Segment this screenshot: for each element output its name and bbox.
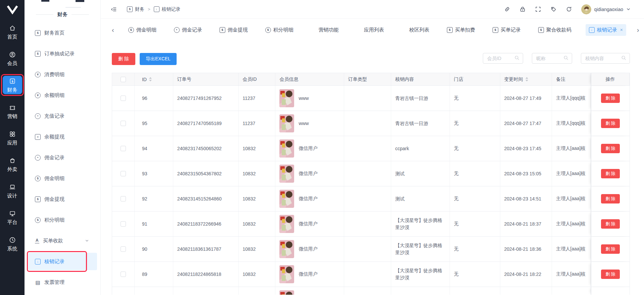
sidebar-item-commission-details[interactable]: $佣金明细 bbox=[25, 168, 100, 189]
cell-time: 2024-08-27 17:47 bbox=[500, 111, 552, 136]
yen-circle-icon: ¥ bbox=[35, 72, 41, 77]
link-icon[interactable] bbox=[504, 6, 510, 12]
breadcrumb: $财务>↓核销记录 bbox=[111, 6, 181, 12]
row-checkbox[interactable] bbox=[121, 171, 126, 176]
table-row: 892408211822486581810832微信用户【大漠星穹】徒步腾格里沙… bbox=[112, 262, 630, 287]
rail-item-design[interactable]: 设计 bbox=[3, 182, 22, 200]
row-delete-button[interactable]: 删 除 bbox=[601, 270, 620, 279]
tab-commission-records[interactable]: •佣金记录 bbox=[171, 24, 205, 36]
sidebar-item-commission-withdrawal[interactable]: $佣金提现 bbox=[25, 189, 100, 210]
row-checkbox[interactable] bbox=[121, 246, 126, 252]
sidebar-item-points-details[interactable]: $积分明细 bbox=[25, 210, 100, 230]
row-delete-button[interactable]: 删 除 bbox=[601, 144, 620, 153]
row-checkbox[interactable] bbox=[121, 146, 126, 151]
fullscreen-icon[interactable] bbox=[535, 6, 541, 12]
collapse-sidebar-icon[interactable] bbox=[111, 6, 117, 12]
divider bbox=[36, 14, 53, 15]
select-all-checkbox[interactable] bbox=[121, 77, 126, 82]
member-name: 微信用户 bbox=[298, 145, 317, 152]
row-delete-button[interactable]: 删 除 bbox=[601, 244, 620, 254]
rail-item-system[interactable]: 系统 bbox=[3, 235, 22, 253]
rail-item-member[interactable]: 会员 bbox=[3, 49, 22, 68]
row-checkbox[interactable] bbox=[121, 96, 126, 101]
sidebar-item-verification-records[interactable]: ↓核销记录 bbox=[28, 253, 97, 270]
rail-item-home[interactable]: 首页 bbox=[3, 23, 22, 41]
search-member-id-input[interactable] bbox=[487, 55, 514, 61]
clipped-menu-remnant bbox=[76, 0, 84, 2]
member-name: 微信用户 bbox=[298, 196, 317, 202]
cell-store: 无 bbox=[450, 161, 500, 186]
sidebar-item-consumption-details[interactable]: ¥消费明细 bbox=[25, 64, 100, 85]
col-order-no: 订单号 bbox=[173, 73, 239, 85]
rail-item-finance[interactable]: $财务 bbox=[3, 76, 22, 94]
refresh-icon[interactable] bbox=[566, 6, 572, 12]
tab-label: 核销记录 bbox=[597, 27, 617, 33]
sidebar-item-order-commission-records[interactable]: $订单抽成记录 bbox=[25, 43, 100, 64]
money-square-icon: $ bbox=[493, 27, 498, 33]
rail-item-label: 首页 bbox=[7, 34, 17, 39]
tab-app-list[interactable]: 应用列表 bbox=[353, 24, 387, 36]
tab-label: 买单记录 bbox=[501, 27, 521, 33]
cell-remark: 主理人[aaa]核 bbox=[552, 212, 591, 236]
row-checkbox[interactable] bbox=[121, 272, 126, 277]
sidebar-item-label: 核销记录 bbox=[44, 258, 64, 265]
search-nickname-input[interactable] bbox=[536, 55, 563, 61]
tab-marketing-functions[interactable]: 营销功能 bbox=[308, 24, 342, 36]
sidebar-item-recharge-records[interactable]: •充值记录 bbox=[25, 106, 100, 126]
rail-item-apps[interactable]: 应用 bbox=[3, 129, 22, 147]
breadcrumb-item-verification-records[interactable]: ↓核销记录 bbox=[154, 6, 181, 12]
col-remark: 备注 bbox=[552, 73, 591, 85]
row-checkbox[interactable] bbox=[121, 221, 126, 227]
lock-icon[interactable] bbox=[519, 6, 526, 12]
money-square-icon: $ bbox=[127, 6, 133, 12]
export-excel-button[interactable]: 导出EXCEL bbox=[140, 53, 177, 65]
close-tab-icon[interactable]: × bbox=[620, 27, 623, 33]
sidebar-item-balance-details[interactable]: ¥余额明细 bbox=[25, 85, 100, 106]
box-icon bbox=[9, 157, 16, 165]
tab-pay-records[interactable]: $买单记录 bbox=[489, 24, 524, 36]
row-delete-button[interactable]: 删 除 bbox=[601, 94, 620, 103]
sidebar-item-commission-records[interactable]: •佣金记录 bbox=[25, 147, 100, 168]
money-square-icon: $ bbox=[447, 27, 453, 33]
tab-aggregate-qr[interactable]: $聚合收款码 bbox=[535, 24, 575, 36]
tab-commission-withdrawal[interactable]: $佣金提现 bbox=[216, 24, 251, 36]
sidebar-item-pay-collect[interactable]: A买单收款 bbox=[25, 230, 100, 251]
sort-carets[interactable] bbox=[149, 77, 152, 81]
cell-order-type bbox=[344, 161, 391, 186]
sidebar-item-label: 订单抽成记录 bbox=[44, 51, 75, 57]
cell-select bbox=[112, 237, 135, 261]
rail-item-platform[interactable]: 平台 bbox=[3, 208, 22, 227]
cell-content: 【大漠星穹】徒步腾格里沙漠 bbox=[391, 212, 450, 236]
home-icon bbox=[9, 25, 16, 33]
row-checkbox[interactable] bbox=[121, 121, 126, 126]
breadcrumb-item-finance[interactable]: $财务 bbox=[127, 6, 144, 12]
row-delete-button[interactable]: 删 除 bbox=[601, 169, 620, 178]
sidebar-item-balance-withdrawal[interactable]: ≡余额提现 bbox=[25, 126, 100, 147]
cell-member-info: 微信用户 bbox=[275, 262, 344, 287]
tab-pay-deduction[interactable]: $买单扣费 bbox=[444, 24, 478, 36]
sidebar-item-invoice-management[interactable]: ▤发票管理 bbox=[25, 272, 100, 293]
cell-action: 删 除 bbox=[591, 237, 630, 261]
row-delete-button[interactable]: 删 除 bbox=[601, 194, 620, 203]
sidebar-item-finance-home[interactable]: $财务首页 bbox=[25, 22, 100, 43]
delete-button[interactable]: 删 除 bbox=[112, 53, 135, 65]
scroll-right-icon[interactable]: › bbox=[637, 26, 639, 33]
row-delete-button[interactable]: 删 除 bbox=[601, 119, 620, 128]
sort-carets[interactable] bbox=[525, 77, 528, 81]
row-delete-button[interactable]: 删 除 bbox=[601, 219, 620, 229]
search-icon bbox=[563, 55, 568, 62]
scroll-left-icon[interactable]: ‹ bbox=[112, 26, 114, 33]
search-content-input[interactable] bbox=[585, 55, 621, 61]
tab-campus-list[interactable]: 校区列表 bbox=[398, 24, 433, 36]
tab-commission-details[interactable]: $佣金明细 bbox=[125, 24, 160, 36]
search-group bbox=[483, 53, 630, 64]
tab-verification-records[interactable]: ↓核销记录× bbox=[586, 24, 626, 36]
rail-item-marketing[interactable]: 营销 bbox=[3, 102, 22, 121]
rail-item-takeout[interactable]: 外卖 bbox=[3, 155, 22, 174]
points-circle-icon: $ bbox=[265, 27, 271, 33]
tab-points-details[interactable]: $积分明细 bbox=[262, 24, 297, 36]
row-checkbox[interactable] bbox=[121, 196, 126, 201]
tag-icon[interactable] bbox=[550, 6, 557, 12]
user-menu[interactable]: qidiangaoxiao bbox=[581, 4, 631, 14]
tab-label: 买单扣费 bbox=[455, 27, 475, 33]
